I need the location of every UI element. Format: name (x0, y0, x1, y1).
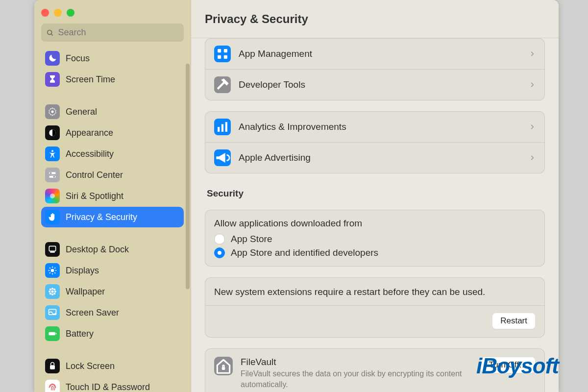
sidebar-item-label: Battery (66, 329, 94, 339)
svg-rect-32 (56, 333, 57, 334)
minimize-button[interactable] (54, 9, 62, 17)
chart-icon (214, 119, 231, 135)
fullscreen-button[interactable] (67, 9, 74, 17)
sidebar-item-screen-saver[interactable]: Screen Saver (41, 302, 184, 323)
moon-icon (45, 51, 60, 66)
sidebar-item-siri[interactable]: Siri & Spotlight (41, 186, 184, 206)
sidebar-scrollbar[interactable] (186, 64, 190, 289)
svg-point-4 (51, 150, 53, 152)
svg-rect-33 (50, 365, 55, 369)
svg-rect-39 (221, 124, 223, 132)
screensaver-icon (45, 305, 60, 320)
content: Privacy & Security App Management Develo… (191, 0, 559, 392)
sidebar-item-control-center[interactable]: Control Center (41, 165, 184, 185)
svg-line-18 (54, 272, 55, 273)
row-app-management[interactable]: App Management (205, 39, 544, 69)
svg-point-23 (51, 294, 53, 295)
svg-rect-41 (222, 367, 225, 370)
close-button[interactable] (41, 9, 49, 17)
battery-icon (45, 326, 60, 341)
svg-point-9 (50, 194, 55, 198)
sidebar-item-label: Screen Saver (66, 308, 119, 318)
panel-apps: App Management Developer Tools (205, 38, 545, 100)
sidebar-item-displays[interactable]: Displays (41, 260, 184, 281)
traffic-lights (39, 6, 186, 24)
panel-filevault: FileVault FileVault secures the data on … (205, 348, 545, 392)
row-developer-tools[interactable]: Developer Tools (205, 69, 544, 100)
svg-point-8 (53, 176, 55, 177)
switches-icon (45, 168, 60, 182)
grid-icon (214, 46, 231, 62)
sidebar-item-label: Siri & Spotlight (66, 191, 123, 201)
sidebar-item-lock-screen[interactable]: Lock Screen (41, 356, 184, 376)
hand-icon (45, 210, 60, 224)
row-label: App Management (239, 49, 521, 59)
sidebar-item-battery[interactable]: Battery (41, 323, 184, 344)
sidebar-item-label: General (66, 107, 97, 117)
radio-label: App Store and identified developers (231, 247, 378, 258)
row-apple-advertising[interactable]: Apple Advertising (205, 142, 544, 173)
sidebar-item-label: Wallpaper (66, 287, 105, 297)
sidebar-list[interactable]: Focus Screen Time General Appearance Acc… (39, 48, 186, 392)
sidebar-item-privacy-security[interactable]: Privacy & Security (41, 207, 184, 227)
search-field[interactable] (41, 24, 184, 42)
radio-button[interactable] (214, 247, 225, 258)
restart-button[interactable]: Restart (492, 313, 536, 329)
filevault-turn-off-button[interactable]: Turn Off… (481, 357, 536, 373)
search-input[interactable] (58, 27, 179, 38)
filevault-title: FileVault (241, 357, 473, 368)
sidebar-item-accessibility[interactable]: Accessibility (41, 144, 184, 164)
sidebar-item-label: Displays (66, 266, 99, 276)
svg-line-19 (49, 272, 50, 273)
accessibility-icon (45, 147, 60, 161)
hammer-icon (214, 76, 231, 93)
panel-extensions: New system extensions require a restart … (205, 277, 545, 338)
sidebar-item-desktop-dock[interactable]: Desktop & Dock (41, 239, 184, 260)
svg-rect-31 (49, 332, 55, 336)
svg-point-2 (51, 111, 54, 113)
svg-point-12 (51, 269, 54, 272)
radio-label: App Store (231, 234, 272, 245)
extension-message: New system extensions require a restart … (205, 278, 544, 302)
house-lock-icon (214, 357, 233, 375)
radio-app-store[interactable]: App Store (214, 234, 536, 245)
settings-window: Focus Screen Time General Appearance Acc… (34, 0, 559, 392)
sidebar-item-focus[interactable]: Focus (41, 48, 184, 69)
sidebar-item-screen-time[interactable]: Screen Time (41, 69, 184, 90)
sidebar-item-label: Accessibility (66, 149, 114, 159)
svg-rect-37 (224, 55, 227, 59)
svg-point-27 (53, 289, 55, 291)
svg-rect-38 (218, 127, 220, 132)
chevron-right-icon (529, 154, 536, 161)
sidebar-item-wallpaper[interactable]: Wallpaper (41, 281, 184, 302)
sidebar-item-appearance[interactable]: Appearance (41, 122, 184, 143)
row-label: Apple Advertising (239, 152, 521, 163)
dock-icon (45, 242, 60, 257)
svg-point-21 (51, 291, 54, 293)
svg-point-26 (49, 289, 51, 291)
svg-point-0 (48, 30, 52, 34)
svg-line-17 (49, 268, 50, 269)
lock-icon (45, 359, 60, 373)
svg-point-25 (54, 291, 56, 293)
svg-rect-10 (49, 246, 55, 251)
sidebar-item-touch-id[interactable]: Touch ID & Password (41, 377, 184, 392)
sidebar-item-label: Touch ID & Password (66, 382, 150, 392)
row-analytics[interactable]: Analytics & Improvements (205, 112, 544, 142)
radio-app-store-identified[interactable]: App Store and identified developers (214, 247, 536, 258)
chevron-right-icon (529, 50, 536, 57)
section-security: Security (207, 188, 543, 199)
sidebar-item-general[interactable]: General (41, 101, 184, 122)
svg-point-7 (50, 172, 51, 174)
chevron-right-icon (529, 81, 536, 88)
svg-rect-34 (218, 49, 221, 52)
content-scroll[interactable]: App Management Developer Tools Analytics… (191, 38, 559, 392)
svg-point-29 (53, 293, 55, 294)
sidebar: Focus Screen Time General Appearance Acc… (34, 0, 191, 392)
panel-allow-downloads: Allow applications downloaded from App S… (205, 210, 545, 267)
siri-icon (45, 189, 60, 203)
chevron-right-icon (529, 123, 536, 130)
megaphone-icon (214, 149, 231, 166)
radio-button[interactable] (214, 234, 225, 245)
gear-icon (45, 104, 60, 119)
